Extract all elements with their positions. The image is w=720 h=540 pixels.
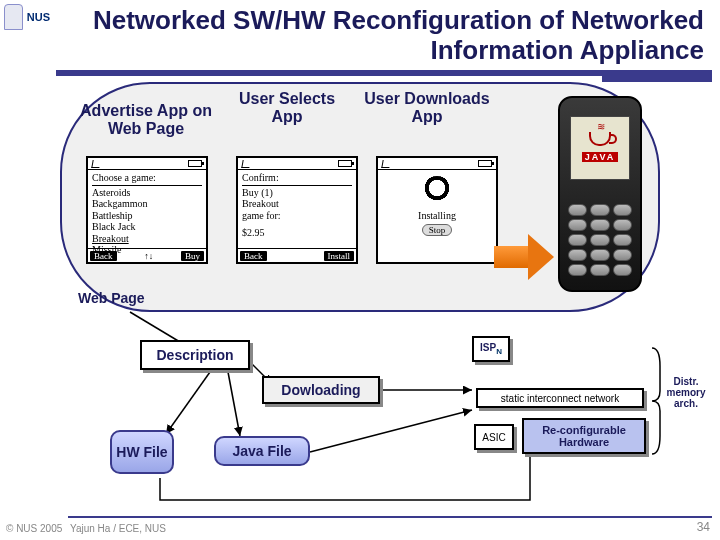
phone-key: [568, 264, 587, 276]
phone2-header: Confirm:: [242, 172, 352, 184]
game-item: Black Jack: [92, 221, 202, 233]
phone-screen-1: Choose a game: Asteroids Backgammon Batt…: [86, 156, 216, 286]
isp-row: ISP1 ISP2 ◻◻◻ ISPN: [472, 342, 508, 356]
phone-key: [590, 264, 609, 276]
distr-label: Distr. memory arch.: [658, 376, 714, 409]
battery-icon: [478, 160, 492, 167]
phone-key: [613, 204, 632, 216]
col1-heading: Advertise App on Web Page: [76, 102, 216, 138]
phone-key: [590, 204, 609, 216]
footer-rule: [68, 516, 712, 518]
battery-icon: [338, 160, 352, 167]
ispn-box: ISPN: [472, 336, 510, 362]
logo-text: NUS: [27, 11, 50, 23]
phone-key: [590, 219, 609, 231]
downloading-box: Dowloading: [262, 376, 380, 404]
footer-author: Yajun Ha / ECE, NUS: [70, 523, 166, 534]
phone-key: [613, 219, 632, 231]
nus-crest-icon: [4, 4, 23, 30]
connectors: [60, 300, 680, 520]
phone-key: [568, 219, 587, 231]
phone-key: [568, 204, 587, 216]
svg-line-2: [166, 372, 210, 434]
back-button[interactable]: Back: [240, 251, 267, 261]
phone2-line: Breakout: [242, 198, 352, 210]
phone2-line: Buy (1): [242, 187, 352, 199]
signal-icon: [91, 160, 100, 168]
game-item: Backgammon: [92, 198, 202, 210]
svg-line-5: [310, 410, 472, 452]
java-file-box: Java File: [214, 436, 310, 466]
splash-icon: [417, 176, 457, 206]
svg-line-3: [228, 372, 240, 436]
logo-block: NUS: [4, 4, 50, 54]
game-item: Battleship: [92, 210, 202, 222]
phone2-line: game for:: [242, 210, 352, 222]
game-item: Asteroids: [92, 187, 202, 199]
phone-key: [613, 264, 632, 276]
buy-button[interactable]: Buy: [181, 251, 204, 261]
slide-title: Networked SW/HW Reconfiguration of Netwo…: [70, 6, 712, 66]
java-steam-icon: ≋: [579, 121, 621, 132]
hw-file-box: HW File: [110, 430, 174, 474]
description-box: Description: [140, 340, 250, 370]
interconnect-box: static interconnect network: [476, 388, 644, 408]
phone-key: [568, 234, 587, 246]
signal-icon: [241, 160, 250, 168]
install-button[interactable]: Install: [324, 251, 355, 261]
phone-screen-2: Confirm: Buy (1) Breakout game for: $2.9…: [236, 156, 366, 286]
installing-text: Installing: [382, 210, 492, 222]
page-number: 34: [697, 520, 710, 534]
game-item: Breakout: [92, 233, 202, 245]
phone1-header: Choose a game:: [92, 172, 202, 184]
phone-key: [568, 249, 587, 261]
top-panel: Advertise App on Web Page User Selects A…: [60, 82, 660, 312]
phone-key: [590, 249, 609, 261]
mobile-phone: ≋ JAVA: [558, 96, 644, 296]
reconfig-hw-box: Re-configurable Hardware: [522, 418, 646, 454]
phone-key: [613, 234, 632, 246]
signal-icon: [381, 160, 390, 168]
phone-key: [613, 249, 632, 261]
footer-copyright: © NUS 2005: [6, 523, 62, 534]
col2-heading: User Selects App: [232, 90, 342, 126]
java-label: JAVA: [582, 152, 619, 162]
phone2-price: $2.95: [242, 227, 352, 239]
back-button[interactable]: Back: [90, 251, 117, 261]
asic-box: ASIC: [474, 424, 514, 450]
stop-button[interactable]: Stop: [422, 224, 453, 236]
title-underline: [56, 70, 712, 76]
col3-heading: User Downloads App: [362, 90, 492, 126]
arrow-right-icon: [494, 234, 554, 280]
phone-screen-3: Installing Stop: [376, 156, 506, 286]
phone-key: [590, 234, 609, 246]
java-cup-icon: [589, 132, 611, 146]
battery-icon: [188, 160, 202, 167]
scroll-arrows-icon: ↑↓: [144, 251, 153, 261]
